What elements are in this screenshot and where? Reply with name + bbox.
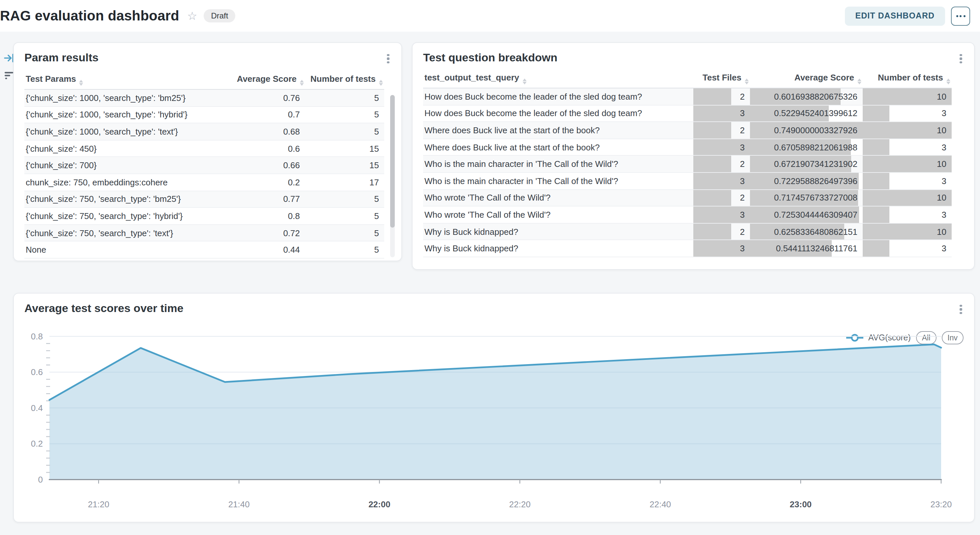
card-menu-kebab-icon[interactable] <box>383 53 393 65</box>
cell-number-of-tests[interactable]: 10 <box>863 156 952 172</box>
cell-average-score[interactable]: 0.6 <box>206 140 305 157</box>
cell-average-score[interactable]: 0.6016938820675326 <box>750 88 863 105</box>
cell-test-query[interactable]: Who wrote 'The Call of the Wild'? <box>423 206 693 223</box>
column-header-test-params[interactable]: Test Params <box>24 70 206 89</box>
column-header-number-of-tests[interactable]: Number of tests <box>863 69 952 88</box>
cell-average-score[interactable]: 0.7174576733727008 <box>750 189 863 206</box>
table-row[interactable]: Why is Buck kidnapped?20.625833648086215… <box>423 223 952 240</box>
cell-test-query[interactable]: Who is the main character in 'The Call o… <box>423 156 693 172</box>
cell-number-of-tests[interactable]: 15 <box>305 140 384 157</box>
cell-test-params[interactable]: {'chunk_size': 450} <box>24 140 206 157</box>
cell-number-of-tests[interactable]: 5 <box>305 208 384 224</box>
card-menu-kebab-icon[interactable] <box>956 53 966 65</box>
cell-average-score[interactable]: 0.7490000003327926 <box>750 122 863 139</box>
cell-number-of-tests[interactable]: 3 <box>863 139 952 156</box>
column-header-test-query[interactable]: test_output_test_query <box>423 69 693 88</box>
cell-number-of-tests[interactable]: 5 <box>305 241 384 258</box>
bookmark-star-icon[interactable]: ☆ <box>187 10 197 21</box>
cell-test-query[interactable]: Who is the main character in 'The Call o… <box>423 172 693 189</box>
table-row[interactable]: How does Buck become the leader of the s… <box>423 88 952 105</box>
cell-average-score[interactable]: 0.5441113246811761 <box>750 240 863 257</box>
cell-average-score[interactable]: 0.6258336480862151 <box>750 223 863 240</box>
table-row[interactable]: {'chunk_size': 450}0.615 <box>24 140 384 157</box>
cell-test-files[interactable]: 2 <box>693 122 750 139</box>
cell-average-score[interactable]: 0.68 <box>206 123 305 140</box>
cell-average-score[interactable]: 0.5229452401399612 <box>750 105 863 122</box>
cell-test-params[interactable]: {'chunk_size': 750, 'search_type': 'hybr… <box>24 208 206 224</box>
cell-average-score[interactable]: 0.44 <box>206 241 305 258</box>
cell-test-query[interactable]: Why is Buck kidnapped? <box>423 240 693 257</box>
column-header-average-score[interactable]: Average Score <box>206 70 305 89</box>
cell-average-score[interactable]: 0.6705898212061988 <box>750 139 863 156</box>
cell-number-of-tests[interactable]: 10 <box>863 189 952 206</box>
scores-line-chart[interactable]: 00.20.40.60.821:2021:4022:0022:2022:4023… <box>14 323 975 521</box>
cell-test-params[interactable]: {'chunk_size': 750, 'search_type': 'text… <box>24 225 206 241</box>
cell-test-params[interactable]: {'chunk_size': 1000, 'search_type': 'hyb… <box>24 106 206 123</box>
cell-number-of-tests[interactable]: 17 <box>305 174 384 191</box>
cell-number-of-tests[interactable]: 10 <box>863 122 952 139</box>
edit-dashboard-button[interactable]: EDIT DASHBOARD <box>845 6 945 26</box>
cell-number-of-tests[interactable]: 5 <box>305 89 384 106</box>
cell-test-query[interactable]: How does Buck become the leader of the s… <box>423 105 693 122</box>
cell-test-files[interactable]: 3 <box>693 240 750 257</box>
cell-test-files[interactable]: 2 <box>693 156 750 172</box>
cell-test-files[interactable]: 3 <box>693 105 750 122</box>
cell-number-of-tests[interactable]: 3 <box>863 172 952 189</box>
column-header-test-files[interactable]: Test Files <box>693 69 750 88</box>
cell-average-score[interactable]: 0.77 <box>206 191 305 208</box>
table-row[interactable]: {'chunk_size': 1000, 'search_type': 'bm2… <box>24 89 384 106</box>
table-row[interactable]: How does Buck become the leader of the s… <box>423 105 952 122</box>
cell-average-score[interactable]: 0.7253044446309407 <box>750 206 863 223</box>
cell-average-score[interactable]: 0.72 <box>206 225 305 241</box>
cell-test-query[interactable]: How does Buck become the leader of the s… <box>423 88 693 105</box>
table-row[interactable]: Where does Buck live at the start of the… <box>423 139 952 156</box>
table-row[interactable]: Why is Buck kidnapped?30.544111324681176… <box>423 240 952 257</box>
cell-test-query[interactable]: Where does Buck live at the start of the… <box>423 139 693 156</box>
table-row[interactable]: {'chunk_size': 1000, 'search_type': 'tex… <box>24 123 384 140</box>
table-row[interactable]: Where does Buck live at the start of the… <box>423 122 952 139</box>
table-row[interactable]: {'chunk_size': 1000, 'search_type': 'hyb… <box>24 106 384 123</box>
cell-test-query[interactable]: Who wrote 'The Call of the Wild'? <box>423 189 693 206</box>
more-options-button[interactable] <box>951 6 970 26</box>
cell-number-of-tests[interactable]: 5 <box>305 106 384 123</box>
cell-number-of-tests[interactable]: 10 <box>863 223 952 240</box>
column-header-number-of-tests[interactable]: Number of tests <box>305 70 384 89</box>
cell-test-params[interactable]: {'chunk_size': 750, 'search_type': 'bm25… <box>24 191 206 208</box>
cell-test-query[interactable]: Why is Buck kidnapped? <box>423 223 693 240</box>
cell-test-files[interactable]: 3 <box>693 206 750 223</box>
cell-test-params[interactable]: {'chunk_size': 1000, 'search_type': 'bm2… <box>24 89 206 106</box>
table-row[interactable]: {'chunk_size': 750, 'search_type': 'text… <box>24 225 384 241</box>
table-row[interactable]: Who is the main character in 'The Call o… <box>423 172 952 189</box>
cell-number-of-tests[interactable]: 5 <box>305 123 384 140</box>
table-row[interactable]: {'chunk_size': 700}0.6615 <box>24 157 384 174</box>
cell-number-of-tests[interactable]: 3 <box>863 240 952 257</box>
table-row[interactable]: {'chunk_size': 750, 'search_type': 'bm25… <box>24 191 384 208</box>
cell-test-files[interactable]: 3 <box>693 172 750 189</box>
table-row[interactable]: Who wrote 'The Call of the Wild'?30.7253… <box>423 206 952 223</box>
cell-test-files[interactable]: 2 <box>693 223 750 240</box>
cell-average-score[interactable]: 0.8 <box>206 208 305 224</box>
cell-test-params[interactable]: {'chunk_size': 700} <box>24 157 206 174</box>
cell-number-of-tests[interactable]: 15 <box>305 157 384 174</box>
column-header-average-score[interactable]: Average Score <box>750 69 863 88</box>
cell-number-of-tests[interactable]: 10 <box>863 88 952 105</box>
cell-number-of-tests[interactable]: 5 <box>305 225 384 241</box>
cell-average-score[interactable]: 0.7229588826497396 <box>750 172 863 189</box>
cell-test-files[interactable]: 2 <box>693 88 750 105</box>
table-row[interactable]: {'chunk_size': 750, 'search_type': 'hybr… <box>24 208 384 224</box>
cell-number-of-tests[interactable]: 3 <box>863 206 952 223</box>
table-row[interactable]: Who wrote 'The Call of the Wild'?20.7174… <box>423 189 952 206</box>
cell-test-params[interactable]: None <box>24 241 206 258</box>
cell-test-params[interactable]: chunk_size: 750, embeddings:cohere <box>24 174 206 191</box>
cell-number-of-tests[interactable]: 5 <box>305 191 384 208</box>
card-menu-kebab-icon[interactable] <box>956 303 966 315</box>
cell-test-files[interactable]: 2 <box>693 189 750 206</box>
scrollbar-thumb[interactable] <box>390 95 395 228</box>
cell-average-score[interactable]: 0.66 <box>206 157 305 174</box>
cell-test-params[interactable]: {'chunk_size': 1000, 'search_type': 'tex… <box>24 123 206 140</box>
cell-average-score[interactable]: 0.7 <box>206 106 305 123</box>
cell-average-score[interactable]: 0.2 <box>206 174 305 191</box>
cell-average-score[interactable]: 0.6721907341231902 <box>750 156 863 172</box>
cell-test-files[interactable]: 3 <box>693 139 750 156</box>
table-row[interactable]: None0.445 <box>24 241 384 258</box>
